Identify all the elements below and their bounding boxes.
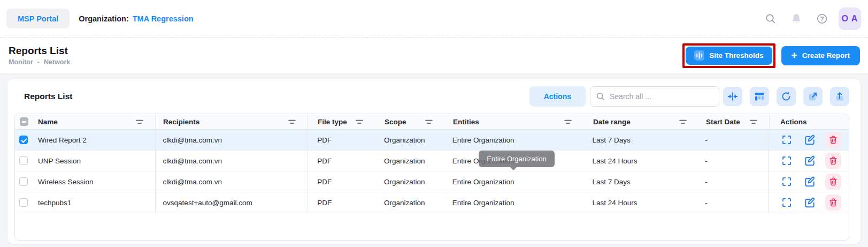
- cell-scope: Organization: [374, 151, 444, 171]
- column-header-startdate: Start Date: [698, 114, 769, 129]
- search-icon[interactable]: [765, 13, 777, 25]
- cell-entities: Entire Organization: [444, 151, 583, 171]
- plus-icon: +: [792, 50, 797, 60]
- column-header-name: Name: [33, 114, 156, 129]
- filter-icon-scope[interactable]: [425, 119, 433, 124]
- cell-startdate: -: [697, 151, 768, 171]
- cell-name: UNP Session: [33, 151, 156, 171]
- delete-row-icon[interactable]: [825, 174, 841, 190]
- columns-view-button[interactable]: [750, 87, 769, 106]
- breadcrumb-separator: -: [37, 58, 40, 66]
- cell-filetype: PDF: [308, 130, 374, 150]
- edit-row-icon[interactable]: [802, 132, 817, 147]
- create-report-label: Create Report: [802, 51, 850, 59]
- msp-portal-badge[interactable]: MSP Portal: [6, 9, 70, 28]
- cell-recipients: clkdi@tma.com.vn: [156, 171, 308, 192]
- topbar: MSP Portal Organization: TMA Regression …: [0, 0, 868, 38]
- cell-startdate: -: [697, 171, 768, 192]
- cell-startdate: -: [697, 130, 768, 150]
- breadcrumb-item-monitor[interactable]: Monitor: [9, 58, 33, 66]
- cell-scope: Organization: [374, 130, 444, 150]
- column-header-entities: Entities: [444, 114, 583, 129]
- organization-link[interactable]: TMA Regression: [133, 14, 194, 23]
- actions-button[interactable]: Actions: [529, 86, 586, 107]
- cell-name: techpubs1: [33, 192, 156, 213]
- reports-table: Name Recipients File type Scope Entities: [14, 114, 849, 241]
- filter-icon-filetype[interactable]: [356, 119, 363, 124]
- annotation-highlight-box: Site Thresholds: [682, 43, 775, 68]
- avatar[interactable]: O A: [839, 8, 861, 30]
- collapse-columns-button[interactable]: [723, 87, 742, 106]
- column-header-filetype: File type: [308, 114, 375, 129]
- cell-entities: Entire Organization: [444, 171, 583, 192]
- column-header-actions: Actions: [769, 114, 849, 129]
- page-title: Reports List: [9, 45, 70, 57]
- site-thresholds-label: Site Thresholds: [709, 51, 763, 59]
- cell-name: Wired Report 2: [33, 130, 156, 150]
- bell-icon[interactable]: [790, 13, 802, 25]
- column-header-recipients: Recipients: [156, 114, 308, 129]
- cell-startdate: -: [697, 192, 768, 213]
- cell-entities: Entire Organization: [444, 192, 583, 213]
- cell-scope: Organization: [374, 171, 444, 192]
- table-row[interactable]: techpubs1 ovsqatest+auto@gmail.com PDF O…: [15, 192, 849, 213]
- row-checkbox[interactable]: [19, 156, 28, 165]
- reports-list-card: Reports List Actions: [7, 79, 861, 244]
- search-input-icon: [596, 92, 605, 103]
- organization-label: Organization:: [79, 14, 128, 23]
- row-checkbox[interactable]: [19, 136, 28, 144]
- filter-icon-name[interactable]: [136, 119, 143, 124]
- delete-row-icon[interactable]: [825, 132, 841, 148]
- filter-icon-recipients[interactable]: [288, 119, 296, 124]
- page-header: Reports List Monitor - Network Site Thre…: [0, 38, 868, 73]
- select-all-checkbox[interactable]: [20, 117, 28, 126]
- cell-entities: Entire Organization: [444, 130, 583, 150]
- cell-daterange: Last 24 Hours: [582, 151, 697, 171]
- cell-scope: Organization: [374, 192, 444, 213]
- cell-recipients: ovsqatest+auto@gmail.com: [156, 192, 308, 213]
- breadcrumb: Monitor - Network: [9, 58, 70, 66]
- card-title: Reports List: [24, 92, 72, 101]
- refresh-button[interactable]: [777, 87, 796, 106]
- expand-row-icon[interactable]: [779, 195, 794, 210]
- expand-row-icon[interactable]: [779, 174, 794, 189]
- search-all-input[interactable]: [590, 86, 719, 107]
- cell-daterange: Last 7 Days: [582, 171, 697, 192]
- cell-daterange: Last 24 Hours: [582, 192, 697, 213]
- edit-row-icon[interactable]: [802, 174, 817, 189]
- edit-row-icon[interactable]: [802, 195, 817, 210]
- expand-row-icon[interactable]: [779, 153, 794, 168]
- breadcrumb-item-network[interactable]: Network: [44, 58, 70, 66]
- thresholds-sliders-icon: [694, 50, 704, 61]
- upload-button[interactable]: [830, 87, 849, 106]
- cell-filetype: PDF: [308, 171, 374, 192]
- cell-recipients: clkdi@tma.com.vn: [156, 151, 308, 171]
- cell-name: Wireless Session: [33, 171, 156, 192]
- edit-row-icon[interactable]: [802, 153, 817, 168]
- table-row[interactable]: Wired Report 2 clkdi@tma.com.vn PDF Orga…: [15, 130, 849, 151]
- expand-row-icon[interactable]: [779, 132, 794, 147]
- cell-daterange: Last 7 Days: [582, 130, 697, 150]
- select-all-checkbox-cell: [15, 114, 33, 129]
- filter-icon-startdate[interactable]: [750, 119, 757, 124]
- delete-row-icon[interactable]: [825, 194, 841, 211]
- row-checkbox[interactable]: [19, 198, 28, 207]
- organization: Organization: TMA Regression: [79, 14, 193, 23]
- svg-text:?: ?: [820, 16, 824, 22]
- search-box: [590, 86, 719, 107]
- row-checkbox[interactable]: [19, 177, 28, 186]
- create-report-button[interactable]: + Create Report: [781, 46, 860, 65]
- cell-filetype: PDF: [308, 151, 374, 171]
- external-link-button[interactable]: [803, 87, 823, 106]
- table-row[interactable]: UNP Session clkdi@tma.com.vn PDF Organiz…: [15, 151, 849, 171]
- column-header-scope: Scope: [375, 114, 444, 129]
- help-icon[interactable]: ?: [816, 13, 828, 25]
- column-header-daterange: Date range: [583, 114, 698, 129]
- delete-row-icon[interactable]: [825, 153, 841, 169]
- table-header-row: Name Recipients File type Scope Entities: [15, 114, 849, 130]
- site-thresholds-button[interactable]: Site Thresholds: [686, 47, 772, 65]
- filter-icon-daterange[interactable]: [679, 119, 687, 124]
- filter-icon-entities[interactable]: [564, 119, 572, 124]
- cell-recipients: clkdi@tma.com.vn: [156, 130, 308, 150]
- table-row[interactable]: Wireless Session clkdi@tma.com.vn PDF Or…: [15, 171, 849, 192]
